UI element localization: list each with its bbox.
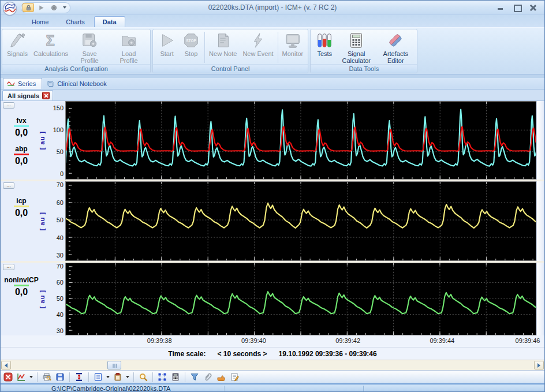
ribbon-button-stop: STOPStop	[179, 31, 203, 64]
signal-name: abp	[15, 145, 27, 153]
calculator-small-icon	[171, 372, 180, 382]
signal-color-swatch	[14, 154, 29, 155]
selection-button[interactable]	[156, 372, 168, 383]
close-red-button[interactable]	[2, 372, 14, 383]
customize-quick-access-icon[interactable]	[63, 6, 66, 9]
signal-name: noninvICP	[4, 277, 38, 284]
clipboard-button[interactable]	[112, 372, 124, 383]
horizontal-scrollbar[interactable]	[1, 360, 544, 370]
signal-color-swatch	[14, 206, 29, 207]
svg-text:Σ: Σ	[46, 32, 54, 48]
x-tick-label: 09:39:38	[147, 337, 172, 344]
window-title: 022020ks.DTA (import) - ICM+ (v. 7 RC 2)	[1, 3, 544, 12]
close-button[interactable]	[528, 4, 537, 11]
ribbon-button-label: Tests	[317, 50, 332, 57]
ribbon-button-label: Artefacts Editor	[379, 50, 412, 64]
ribbon-group-control-panel: StartSTOPStopNew NoteNew EventMonitorCon…	[152, 29, 308, 73]
signal-tab-label: All signals	[8, 92, 39, 99]
save-button[interactable]	[54, 372, 66, 383]
chart-options-button[interactable]: ...	[3, 182, 14, 189]
hand-button[interactable]	[215, 372, 227, 383]
wave-icon	[7, 80, 15, 88]
notes-button[interactable]	[229, 372, 240, 383]
ribbon-tab-data[interactable]: Data	[94, 16, 125, 27]
play-icon[interactable]	[35, 3, 47, 12]
time-range-text: 19.10.1992 09:39:36 - 09:39:46	[279, 350, 377, 358]
chart-row-icp: ... icp0,0 [ au ] 7060504030	[1, 181, 544, 263]
right-arrow-icon	[537, 363, 540, 368]
ribbon-button-label: Signals	[7, 50, 28, 57]
minimize-button[interactable]	[496, 4, 505, 11]
x-tick-label: 09:39:46	[516, 337, 540, 344]
paperclip-button[interactable]	[202, 372, 214, 383]
chart-row-noninvicp: ... noninvICP0,0 [ au ] 7060504030	[1, 263, 544, 335]
quick-access-toolbar	[21, 2, 70, 13]
signal-plot-noninvicp[interactable]	[65, 263, 536, 335]
time-scale-label: Time scale:	[168, 350, 206, 358]
y-tick-label: 60	[46, 199, 64, 207]
list-button[interactable]	[92, 372, 104, 383]
filter-button[interactable]	[189, 372, 200, 383]
lightning-icon	[249, 32, 267, 49]
toolbar-separator	[185, 372, 185, 382]
vertical-scale-button[interactable]	[73, 372, 85, 383]
time-scale-selector[interactable]: < 10 seconds >	[217, 350, 267, 358]
signal-icp: icp0,0	[1, 197, 42, 218]
scroll-right-button[interactable]	[534, 361, 544, 369]
y-tick-label: 70	[46, 181, 64, 189]
eraser-icon	[387, 32, 404, 49]
ribbon-button-label: Start	[160, 50, 173, 57]
ribbon-button-new-event: New Event	[240, 31, 276, 64]
ribbon-tab-bar: HomeChartsData	[1, 15, 544, 27]
y-axis-unit-label: [ au ]	[39, 212, 46, 230]
ribbon-button-save-profile: Save Profile	[70, 31, 109, 64]
chart-options-button[interactable]: ...	[3, 102, 14, 109]
calculator-icon	[348, 32, 365, 49]
chart-line-button[interactable]	[16, 372, 27, 383]
vertical-scale-icon	[74, 372, 84, 382]
status-divider	[363, 386, 364, 392]
dropdown-caret-icon[interactable]	[106, 376, 110, 378]
toolbar-separator	[152, 372, 153, 382]
y-axis-unit-label: [ au ]	[39, 131, 46, 150]
ribbon-tab-home[interactable]: Home	[24, 17, 57, 27]
ribbon-button-tests[interactable]: Tests	[312, 31, 337, 64]
chart-line-icon	[17, 372, 26, 382]
signal-tab-all-signals[interactable]: All signals	[2, 90, 53, 100]
x-tick-label: 09:39:42	[335, 337, 360, 344]
ribbon-group-title: Analysis Configuration	[2, 64, 150, 73]
tab-series[interactable]: Series	[3, 78, 42, 89]
scrollbar-thumb[interactable]	[107, 361, 121, 369]
dropdown-caret-icon[interactable]	[126, 376, 129, 378]
ribbon-button-artefacts-editor[interactable]: Artefacts Editor	[376, 31, 415, 64]
app-logo-icon[interactable]	[2, 1, 17, 16]
ribbon-button-signals: Signals	[4, 31, 31, 64]
close-red-icon	[3, 372, 13, 382]
ribbon-button-label: Calculations	[33, 50, 67, 57]
signal-abp: abp0,0	[1, 145, 42, 166]
chart-options-button[interactable]: ...	[3, 264, 14, 270]
maximize-button[interactable]	[512, 4, 521, 11]
signal-plot-icp[interactable]	[65, 181, 536, 261]
toolbar-separator	[133, 372, 134, 382]
y-tick-label: 40	[46, 234, 64, 242]
signal-name: fvx	[16, 117, 26, 125]
print-button[interactable]	[41, 372, 53, 383]
note-icon	[214, 32, 232, 49]
clipboard-icon	[113, 372, 122, 382]
tab-clinical-notebook[interactable]: Clinical Notebook	[43, 79, 113, 89]
lock-icon[interactable]	[23, 3, 34, 12]
record-icon[interactable]	[48, 3, 59, 12]
ribbon-button-label: New Event	[242, 50, 273, 57]
calculator-small-button[interactable]	[170, 372, 181, 383]
scroll-left-button[interactable]	[1, 361, 11, 369]
y-tick-label: 50	[46, 295, 64, 303]
close-tab-icon[interactable]	[42, 92, 50, 99]
signal-plot-fvx-abp[interactable]	[65, 101, 536, 180]
dropdown-caret-icon[interactable]	[29, 376, 33, 378]
ribbon-button-signal-calculator[interactable]: Signal Calculator	[337, 31, 376, 64]
ribbon-group-title: Control Panel	[153, 64, 308, 73]
magnifier-button[interactable]	[137, 372, 149, 383]
ribbon-tab-charts[interactable]: Charts	[58, 17, 92, 27]
signal-noninvicp: noninvICP0,0	[1, 277, 42, 297]
